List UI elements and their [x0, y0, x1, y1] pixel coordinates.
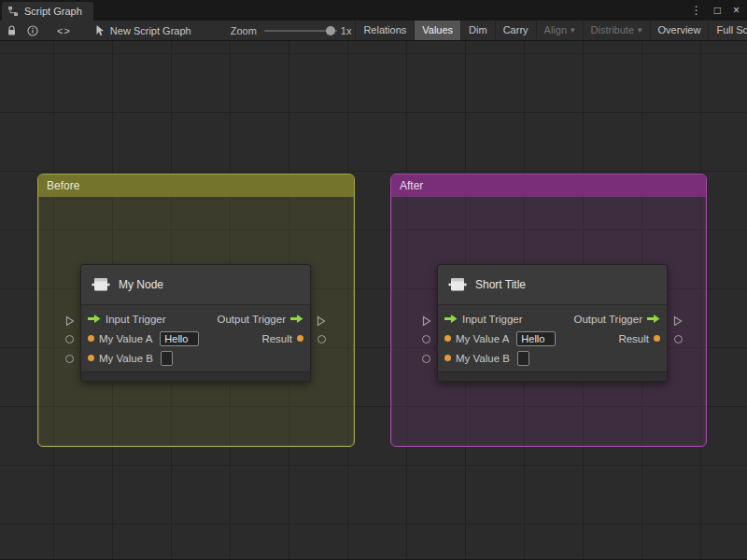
- port-input-trigger[interactable]: Input Trigger: [88, 314, 166, 325]
- value-a-input[interactable]: Hello: [160, 331, 199, 346]
- chevron-down-icon: ▾: [571, 21, 575, 40]
- port-input-trigger[interactable]: Input Trigger: [444, 314, 523, 325]
- values-button[interactable]: Values: [414, 21, 460, 41]
- port-row: My Value A Hello Result: [81, 329, 310, 348]
- zoom-slider-knob[interactable]: [326, 26, 335, 35]
- node-body: Input Trigger Output Trigger My Value A …: [81, 305, 310, 371]
- toolbar-buttons: Relations Values Dim Carry Align ▾ Distr…: [355, 21, 747, 41]
- port-row: Input Trigger Output Trigger: [81, 309, 310, 329]
- port-row: Input Trigger Output Trigger: [438, 309, 667, 329]
- distribute-button[interactable]: Distribute ▾: [583, 21, 650, 41]
- graph-toolbar: <> New Script Graph Zoom 1x Relations Va…: [0, 21, 747, 41]
- port-row: My Value A Hello Result: [438, 329, 667, 348]
- ext-value-input-port[interactable]: [422, 335, 430, 343]
- zoom-value: 1x: [341, 25, 352, 36]
- port-my-value-b[interactable]: My Value B: [88, 351, 173, 366]
- group-after-header[interactable]: After: [391, 175, 706, 197]
- node-footer: [81, 371, 310, 381]
- value-port-icon[interactable]: [444, 335, 451, 342]
- lock-icon[interactable]: [7, 25, 17, 36]
- graph-tab-icon: [7, 6, 19, 17]
- flow-arrow-icon: [444, 314, 458, 324]
- node-header[interactable]: My Node: [81, 265, 310, 305]
- port-output-trigger[interactable]: Output Trigger: [217, 314, 303, 325]
- value-b-input[interactable]: [517, 351, 529, 366]
- align-button[interactable]: Align ▾: [536, 21, 583, 41]
- overview-button[interactable]: Overview: [650, 21, 709, 41]
- ext-flow-output-port[interactable]: [317, 314, 326, 330]
- value-port-icon[interactable]: [88, 355, 94, 361]
- ext-value-input-port[interactable]: [422, 355, 430, 363]
- fullscreen-button[interactable]: Full Screen: [708, 21, 747, 41]
- ext-flow-output-port[interactable]: [673, 314, 683, 330]
- code-view-icon[interactable]: <>: [57, 25, 71, 36]
- node-header[interactable]: Short Title: [438, 265, 667, 305]
- port-result[interactable]: Result: [261, 333, 303, 344]
- port-my-value-a[interactable]: My Value A Hello: [88, 331, 199, 346]
- value-port-icon[interactable]: [444, 355, 451, 361]
- port-result[interactable]: Result: [618, 333, 660, 344]
- flow-arrow-icon: [647, 314, 660, 324]
- value-a-input[interactable]: Hello: [516, 331, 556, 346]
- ext-value-input-port[interactable]: [65, 335, 74, 343]
- group-before-title: Before: [47, 179, 79, 192]
- carry-button[interactable]: Carry: [495, 21, 536, 41]
- port-row: My Value B: [438, 348, 667, 368]
- port-output-trigger[interactable]: Output Trigger: [573, 314, 660, 325]
- align-label: Align: [544, 21, 567, 40]
- window-controls: ⋮ □ ×: [691, 0, 740, 21]
- node-title: Short Title: [475, 278, 526, 291]
- relations-button[interactable]: Relations: [355, 21, 414, 41]
- tab-bar: Script Graph ⋮ □ ×: [0, 0, 747, 21]
- node-title: My Node: [119, 278, 163, 291]
- menu-icon[interactable]: ⋮: [691, 0, 702, 21]
- value-port-icon[interactable]: [88, 335, 94, 342]
- node-my-node[interactable]: My Node Input Trigger Output Trigger: [80, 264, 311, 382]
- graph-asset-name[interactable]: New Script Graph: [110, 25, 191, 36]
- ext-flow-input-port[interactable]: [65, 314, 75, 330]
- tab-title: Script Graph: [24, 6, 82, 17]
- port-my-value-b[interactable]: My Value B: [444, 351, 529, 366]
- dim-button[interactable]: Dim: [460, 21, 495, 41]
- graph-pointer-icon: [95, 24, 106, 36]
- tab-script-graph[interactable]: Script Graph: [2, 2, 93, 21]
- maximize-icon[interactable]: □: [714, 0, 721, 21]
- unit-icon: [92, 276, 110, 293]
- value-b-input[interactable]: [161, 351, 173, 366]
- info-icon[interactable]: [27, 25, 38, 36]
- zoom-label: Zoom: [231, 25, 257, 36]
- node-short-title[interactable]: Short Title Input Trigger Output Trigger: [437, 264, 668, 382]
- ext-value-input-port[interactable]: [65, 355, 74, 363]
- distribute-label: Distribute: [591, 21, 634, 40]
- chevron-down-icon: ▾: [638, 21, 642, 40]
- ext-flow-input-port[interactable]: [422, 314, 431, 330]
- node-footer: [438, 371, 667, 381]
- port-my-value-a[interactable]: My Value A Hello: [444, 331, 556, 346]
- zoom-slider[interactable]: [264, 26, 337, 35]
- node-body: Input Trigger Output Trigger My Value A …: [438, 305, 667, 371]
- group-before-header[interactable]: Before: [38, 175, 354, 197]
- value-port-icon[interactable]: [654, 335, 660, 342]
- flow-arrow-icon: [88, 314, 101, 324]
- group-after-title: After: [400, 179, 423, 192]
- unit-icon: [448, 276, 467, 293]
- ext-value-output-port[interactable]: [317, 335, 326, 343]
- ext-value-output-port[interactable]: [674, 335, 683, 343]
- flow-arrow-icon: [290, 314, 303, 324]
- graph-canvas[interactable]: Before After My Node: [0, 41, 747, 559]
- script-graph-window: Script Graph ⋮ □ × <>: [0, 0, 747, 560]
- close-icon[interactable]: ×: [733, 0, 740, 21]
- port-row: My Value B: [81, 348, 310, 368]
- value-port-icon[interactable]: [297, 335, 303, 342]
